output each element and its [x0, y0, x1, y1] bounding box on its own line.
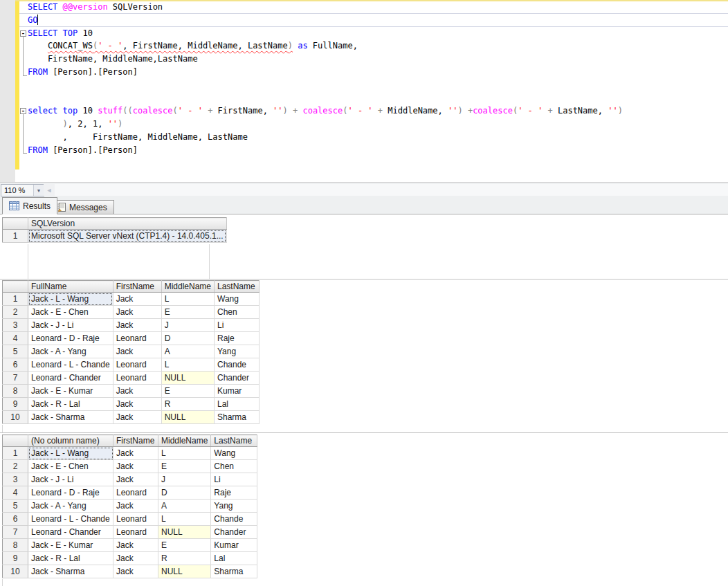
tab-messages[interactable]: Messages — [50, 200, 114, 214]
grid-cell[interactable]: Jack - L - Wang — [28, 447, 113, 460]
grid-cell[interactable]: Jack - J - Li — [28, 319, 113, 332]
grid-cell[interactable]: NULL — [161, 411, 214, 424]
row-number[interactable]: 1 — [3, 447, 28, 460]
row-number[interactable]: 6 — [3, 513, 28, 526]
editor-hscrollbar[interactable]: ◄ — [44, 184, 728, 196]
grid-cell[interactable]: D — [161, 332, 214, 345]
grid-cell[interactable]: L — [158, 513, 211, 526]
grid-cell[interactable]: Jack - Sharma — [28, 411, 113, 424]
grid-cell[interactable]: Kumar — [215, 385, 260, 398]
grid-cell[interactable]: D — [158, 486, 211, 500]
code-line[interactable] — [28, 92, 728, 105]
code-layer[interactable]: SELECT @@version SQLVersionGOSELECT TOP … — [28, 1, 728, 182]
code-line[interactable]: GO — [28, 14, 728, 27]
column-header[interactable]: FullName — [28, 281, 113, 293]
grid-cell[interactable]: Leonard - L - Chande — [28, 358, 113, 372]
code-line[interactable]: SELECT @@version SQLVersion — [28, 1, 728, 14]
grid-cell[interactable]: Sharma — [211, 565, 257, 578]
code-line[interactable] — [28, 79, 728, 92]
row-number[interactable]: 8 — [3, 385, 28, 398]
grid-cell[interactable]: E — [161, 306, 214, 319]
code-fold-collapse-icon[interactable]: - — [20, 30, 26, 37]
grid-cell[interactable]: Jack — [113, 385, 161, 398]
grid-cell[interactable]: Jack - Sharma — [28, 565, 113, 578]
grid-cell[interactable]: Sharma — [215, 411, 260, 424]
grid-cell[interactable]: Chande — [211, 513, 257, 526]
row-number[interactable]: 3 — [3, 473, 28, 486]
grid-cell[interactable]: Jack — [113, 539, 158, 552]
scroll-left-arrow-icon[interactable]: ◄ — [44, 184, 55, 196]
row-number[interactable]: 5 — [3, 345, 28, 358]
row-number[interactable]: 9 — [3, 398, 28, 411]
column-header[interactable]: MiddleName — [161, 281, 214, 293]
grid-cell[interactable]: Jack — [113, 306, 161, 319]
grid-cell[interactable]: NULL — [158, 565, 211, 578]
grid-cell[interactable]: Jack — [113, 565, 158, 578]
grid-cell[interactable]: Jack — [113, 319, 161, 332]
grid-cell[interactable]: Leonard — [113, 372, 161, 385]
code-line[interactable]: FROM [Person].[Person] — [28, 144, 728, 157]
row-number[interactable]: 10 — [3, 565, 28, 578]
grid-cell[interactable]: Chander — [211, 526, 257, 539]
grid-cell[interactable]: Jack - J - Li — [28, 473, 113, 486]
grid-cell[interactable]: Microsoft SQL Server vNext (CTP1.4) - 14… — [28, 230, 227, 243]
grid-cell[interactable]: J — [161, 319, 214, 332]
grid-cell[interactable]: Lal — [215, 398, 260, 411]
grid-cell[interactable]: E — [158, 460, 211, 473]
grid-cell[interactable]: L — [161, 293, 214, 306]
grid-cell[interactable]: Leonard - D - Raje — [28, 486, 113, 500]
grid-cell[interactable]: E — [158, 539, 211, 552]
code-line[interactable]: ), 2, 1, '') — [28, 118, 728, 131]
select-all-corner[interactable] — [3, 218, 28, 230]
column-header[interactable]: FirstName — [113, 435, 158, 447]
grid-cell[interactable]: R — [161, 398, 214, 411]
column-header[interactable]: LastName — [215, 281, 260, 293]
grid-cell[interactable]: Jack — [113, 345, 161, 358]
grid-cell[interactable]: Li — [211, 473, 257, 486]
grid-cell[interactable]: Jack - R - Lal — [28, 398, 113, 411]
row-number[interactable]: 7 — [3, 526, 28, 539]
grid-cell[interactable]: Leonard — [113, 358, 161, 372]
grid-cell[interactable]: Jack — [113, 411, 161, 424]
code-line[interactable]: FROM [Person].[Person] — [28, 66, 728, 79]
grid-cell[interactable]: Jack — [113, 293, 161, 306]
grid-cell[interactable]: Jack — [113, 460, 158, 473]
row-number[interactable]: 1 — [3, 230, 28, 243]
grid-cell[interactable]: Jack — [113, 552, 158, 565]
grid-cell[interactable]: Jack - E - Kumar — [28, 385, 113, 398]
grid-cell[interactable]: J — [158, 473, 211, 486]
select-all-corner[interactable] — [3, 435, 28, 447]
grid-cell[interactable]: Leonard - D - Raje — [28, 332, 113, 345]
grid-cell[interactable]: Jack — [113, 447, 158, 460]
grid-cell[interactable]: Jack - R - Lal — [28, 552, 113, 565]
grid-cell[interactable]: E — [161, 385, 214, 398]
grid-cell[interactable]: Jack — [113, 398, 161, 411]
grid-splitter[interactable] — [0, 432, 728, 433]
grid-cell[interactable]: Jack - E - Chen — [28, 306, 113, 319]
grid-cell[interactable]: Raje — [211, 486, 257, 500]
row-number[interactable]: 2 — [3, 460, 28, 473]
grid-cell[interactable]: Lal — [211, 552, 257, 565]
column-header[interactable]: FirstName — [113, 281, 161, 293]
grid-cell[interactable]: Leonard - Chander — [28, 372, 113, 385]
row-number[interactable]: 2 — [3, 306, 28, 319]
grid-cell[interactable]: NULL — [158, 526, 211, 539]
code-fold-collapse-icon[interactable]: - — [20, 108, 26, 114]
row-number[interactable]: 10 — [3, 411, 28, 424]
grid-cell[interactable]: Jack - E - Chen — [28, 460, 113, 473]
chevron-down-icon[interactable]: ▼ — [33, 185, 44, 196]
grid-cell[interactable]: R — [158, 552, 211, 565]
grid-cell[interactable]: Leonard — [113, 513, 158, 526]
grid-cell[interactable]: Chander — [215, 372, 260, 385]
sql-editor[interactable]: SELECT @@version SQLVersionGOSELECT TOP … — [0, 0, 728, 182]
code-line[interactable]: select top 10 stuff((coalesce(' - ' + Fi… — [28, 104, 728, 118]
grid-cell[interactable]: Leonard - L - Chande — [28, 513, 113, 526]
column-header[interactable]: MiddleName — [158, 435, 211, 447]
row-number[interactable]: 3 — [3, 319, 28, 332]
grid-cell[interactable]: Leonard — [113, 486, 158, 500]
grid-cell[interactable]: Jack - A - Yang — [28, 500, 113, 513]
grid-cell[interactable]: Raje — [215, 332, 260, 345]
row-number[interactable]: 4 — [3, 332, 28, 345]
row-number[interactable]: 1 — [3, 293, 28, 306]
grid-cell[interactable]: Li — [215, 319, 260, 332]
